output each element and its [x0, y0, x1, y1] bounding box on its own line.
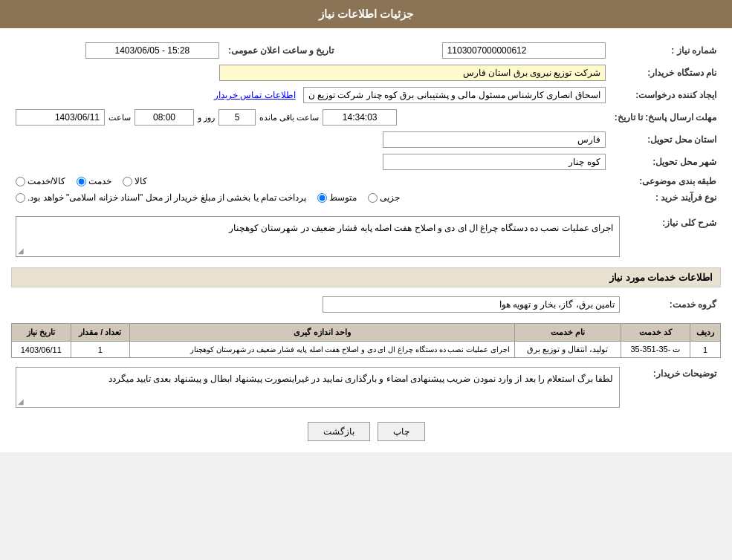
reply-days-value: 5 [218, 109, 256, 126]
city-label: شهر محل تحویل: [610, 151, 721, 173]
back-button[interactable]: بازگشت [308, 422, 370, 441]
days-label: روز و [198, 113, 215, 123]
category-radio-kala[interactable] [123, 177, 132, 186]
need-number-value: 1103007000000612 [442, 42, 606, 59]
process-option-full[interactable]: پرداخت تمام یا بخشی از مبلغ خریدار از مح… [16, 192, 306, 203]
process-option-motavaset[interactable]: متوسط [317, 192, 357, 203]
need-desc-label: شرح کلی نیاز: [624, 213, 721, 260]
resize-icon-notes: ◢ [18, 397, 24, 406]
time-label: ساعت [108, 113, 131, 123]
category-option-kala[interactable]: کالا [123, 176, 147, 186]
need-description-box: اجرای عملیات نصب ده دستگاه چراغ ال ای دی… [16, 216, 620, 257]
service-unit: اجرای عملیات نصب ده دستگاه چراغ ال ای دی… [130, 342, 515, 358]
category-radio-group: کالا/خدمت خدمت کالا [16, 176, 606, 186]
table-row: 1 ت -35-351-35 تولید، انتقال و توزیع برق… [12, 342, 721, 358]
process-full-label: پرداخت تمام یا بخشی از مبلغ خریدار از مح… [27, 192, 306, 203]
process-type-label: نوع فرآیند خرید : [610, 189, 721, 206]
process-radio-group: پرداخت تمام یا بخشی از مبلغ خریدار از مح… [16, 192, 606, 203]
buyer-notes-box: لطفا برگ استعلام را بعد از وارد نمودن ضر… [16, 367, 620, 408]
row-num: 1 [690, 342, 721, 358]
service-code: ت -35-351-35 [621, 342, 690, 358]
col-header-quantity: تعداد / مقدار [71, 324, 130, 342]
services-table: ردیف کد خدمت نام خدمت واحد اندازه گیری ت… [11, 323, 721, 358]
reply-time-value: 08:00 [135, 109, 194, 126]
reply-remaining-value: 14:34:03 [323, 109, 397, 126]
buyer-name-label: نام دستگاه خریدار: [610, 62, 721, 84]
service-date: 1403/06/11 [12, 342, 71, 358]
province-label: استان محل تحویل: [610, 128, 721, 151]
need-number-label: شماره نیاز : [610, 39, 721, 62]
col-header-service-name: نام خدمت [514, 324, 621, 342]
services-section-title: اطلاعات خدمات مورد نیاز [11, 267, 721, 287]
announce-datetime-value: 1403/06/05 - 15:28 [85, 42, 219, 59]
col-header-date: تاریخ نیاز [12, 324, 71, 342]
resize-icon: ◢ [18, 247, 24, 255]
reply-deadline-label: مهلت ارسال پاسخ: تا تاریخ: [610, 106, 721, 128]
category-khedmat-label: خدمت [88, 176, 111, 186]
page-header: جزئیات اطلاعات نیاز [0, 0, 732, 28]
process-jozei-label: جزیی [380, 192, 400, 203]
province-value: فارس [383, 131, 606, 148]
need-description-text: اجرای عملیات نصب ده دستگاه چراغ ال ای دی… [229, 223, 613, 233]
print-button[interactable]: چاپ [378, 422, 425, 441]
category-radio-both[interactable] [16, 177, 25, 186]
category-both-label: کالا/خدمت [27, 176, 65, 186]
buyer-notes-text: لطفا برگ استعلام را بعد از وارد نمودن ضر… [108, 374, 613, 384]
creator-value: اسحاق انصاری کارشناس مسئول مالی و پشتیبا… [303, 87, 606, 103]
category-label: طبقه بندی موضوعی: [610, 173, 721, 189]
creator-contact-link[interactable]: اطلاعات تماس خریدار [214, 90, 296, 100]
header-title: جزئیات اطلاعات نیاز [319, 7, 413, 20]
creator-label: ایجاد کننده درخواست: [610, 84, 721, 106]
service-name: تولید، انتقال و توزیع برق [514, 342, 621, 358]
remaining-label: ساعت باقی مانده [259, 113, 319, 123]
col-header-row-num: ردیف [690, 324, 721, 342]
buyer-name-value: شرکت توزیع نیروی برق استان فارس [219, 65, 606, 81]
category-option-khedmat[interactable]: خدمت [77, 176, 111, 186]
col-header-unit: واحد اندازه گیری [130, 324, 515, 342]
buyer-notes-label: توضیحات خریدار: [624, 364, 721, 411]
category-radio-khedmat[interactable] [77, 177, 86, 186]
process-motavaset-label: متوسط [329, 192, 357, 203]
process-option-jozei[interactable]: جزیی [368, 192, 400, 203]
category-kala-label: کالا [135, 176, 147, 186]
datetime-label: تاریخ و ساعت اعلان عمومی: [224, 39, 338, 62]
process-radio-jozei[interactable] [368, 193, 378, 203]
process-radio-full[interactable] [16, 193, 25, 203]
service-quantity: 1 [71, 342, 130, 358]
col-header-service-code: کد خدمت [621, 324, 690, 342]
reply-date-value: 1403/06/11 [16, 109, 105, 126]
process-radio-motavaset[interactable] [317, 193, 327, 203]
category-option-both[interactable]: کالا/خدمت [16, 176, 65, 186]
service-group-value: تامین برق، گاز، بخار و تهویه هوا [323, 296, 620, 313]
city-value: کوه چنار [383, 154, 606, 170]
service-group-label: گروه خدمت: [624, 293, 721, 316]
button-row: چاپ بازگشت [11, 422, 721, 441]
